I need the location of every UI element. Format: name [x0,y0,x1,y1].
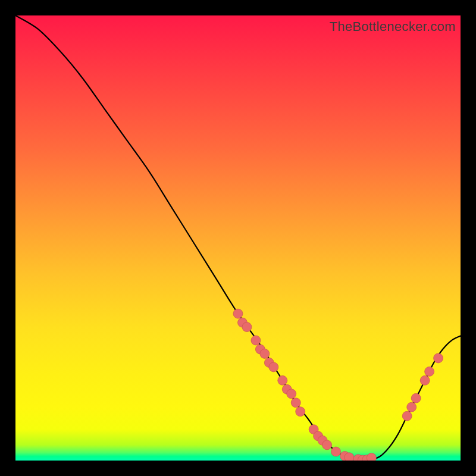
chart-stage: TheBottlenecker.com [0,0,476,476]
data-dot [425,367,434,376]
data-dot [278,375,287,385]
data-dot [367,453,376,461]
data-dot [260,349,270,358]
data-dot [287,389,296,399]
data-dot [233,309,243,318]
data-dot [434,353,443,363]
data-dot [402,411,412,421]
plot-area: TheBottlenecker.com [15,15,461,461]
data-dot [331,447,341,456]
data-dot [269,362,278,372]
watermark-label: TheBottlenecker.com [330,19,456,35]
data-dots [233,309,443,461]
data-dot [242,322,252,332]
data-dot [322,440,332,450]
data-dot [251,336,261,345]
chart-overlay [15,15,461,461]
data-dot [291,398,300,408]
data-dot [345,453,354,461]
data-dot [407,402,416,412]
bottleneck-curve [15,15,461,460]
data-dot [420,375,430,385]
data-dot [411,393,421,403]
data-dot [296,407,305,416]
